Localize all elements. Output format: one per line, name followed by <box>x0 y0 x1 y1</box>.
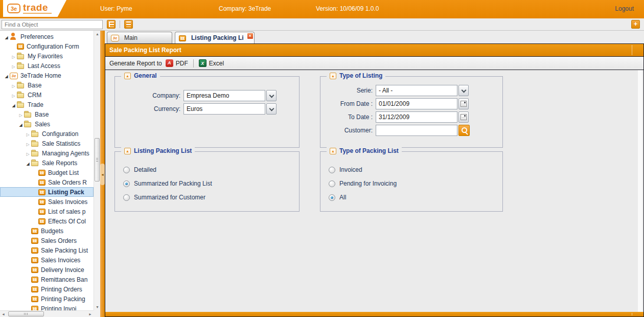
logout-link[interactable]: Logout <box>615 5 634 12</box>
tree-item-sales-configuration[interactable]: Configuration <box>0 129 94 139</box>
generate-report-label: Generate Report to <box>109 60 162 67</box>
close-tab-icon[interactable]: × <box>247 33 254 39</box>
tree-item-sale-packing-list[interactable]: Sale Packing List <box>0 245 94 255</box>
collapse-section-icon[interactable] <box>124 148 131 154</box>
from-date-calendar-button[interactable] <box>458 98 469 109</box>
serie-select[interactable] <box>376 85 457 96</box>
expand-arrow-icon[interactable] <box>3 72 10 79</box>
splitter-collapse-handle[interactable] <box>100 164 105 185</box>
form-icon <box>38 199 45 205</box>
tree-item-sale-statistics[interactable]: Sale Statistics <box>0 139 94 148</box>
folder-icon <box>17 81 25 89</box>
expand-arrow-icon[interactable] <box>25 150 31 157</box>
generate-pdf-button[interactable]: A PDF <box>166 59 188 67</box>
tree-item-crm[interactable]: CRM <box>0 90 94 100</box>
expand-arrow-icon[interactable] <box>10 53 17 60</box>
add-button[interactable]: + <box>631 20 640 29</box>
tree-item-printing-packing[interactable]: Printing Packing <box>0 294 94 304</box>
tree-item-printing-invoices[interactable]: Printing Invoi <box>0 304 94 310</box>
expand-arrow-icon[interactable] <box>10 62 17 70</box>
radio-icon[interactable] <box>123 167 130 173</box>
tree-item-remittances-bank[interactable]: Remittances Ban <box>0 275 94 284</box>
toolbar-divider <box>120 20 120 28</box>
customer-search-button[interactable] <box>458 125 470 136</box>
tree-item-base[interactable]: Base <box>0 80 94 90</box>
tree-item-sales[interactable]: Sales <box>0 119 94 129</box>
radio-option-detailed[interactable]: Detailed <box>123 166 299 173</box>
tree-item-sale-orders-report[interactable]: Sale Orders R <box>0 177 94 187</box>
expand-arrow-icon[interactable] <box>17 121 24 128</box>
expand-arrow-icon[interactable] <box>3 33 10 40</box>
tree-item-listing-packing[interactable]: Listing Pack <box>0 187 94 197</box>
radio-option-all[interactable]: All <box>329 194 502 201</box>
company-dropdown-button[interactable] <box>266 90 277 101</box>
radio-selected-icon[interactable] <box>123 180 130 187</box>
expand-arrow-icon[interactable] <box>17 111 24 118</box>
tree-item-printing-orders[interactable]: Printing Orders <box>0 284 94 294</box>
tree-item-my-favorites[interactable]: My Favorites <box>0 51 94 61</box>
from-date-input[interactable] <box>376 98 457 109</box>
general-section: General Company: Currency: <box>114 76 300 148</box>
content-scrollbar-track[interactable] <box>638 70 642 312</box>
tree-item-configuration-form[interactable]: Configuration Form <box>0 41 94 51</box>
tab-main[interactable]: 3e Main <box>107 32 172 43</box>
tree-item-list-of-sales[interactable]: List of sales p <box>0 207 94 216</box>
collapse-section-icon[interactable] <box>330 148 336 154</box>
collapse-section-icon[interactable] <box>124 73 131 79</box>
expand-arrow-icon[interactable] <box>10 82 17 89</box>
tree-item-sales-invoices[interactable]: Sales Invoices <box>0 255 94 265</box>
tab-listing-packing-list[interactable]: Listing Packing Li × <box>175 32 255 43</box>
tree-item-last-access[interactable]: Last Access <box>0 61 94 71</box>
sidebar-splitter[interactable] <box>100 31 105 317</box>
radio-option-summarized-packing-list[interactable]: Summarized for Packing List <box>123 180 299 187</box>
expand-arrow-icon[interactable] <box>25 130 31 138</box>
tree-item-sales-invoices-report[interactable]: Sales Invoices <box>0 197 94 207</box>
tree-item-sales-orders[interactable]: Sales Orders <box>0 236 94 245</box>
expand-arrow-icon[interactable] <box>25 140 31 147</box>
serie-dropdown-button[interactable] <box>458 85 469 96</box>
currency-dropdown-button[interactable] <box>266 103 277 115</box>
expand-arrow-icon[interactable] <box>25 160 31 167</box>
to-date-calendar-button[interactable] <box>458 111 469 123</box>
collapse-tree-button[interactable] <box>107 20 116 29</box>
currency-select[interactable] <box>183 103 265 115</box>
tree-item-sale-reports[interactable]: Sale Reports <box>0 158 94 168</box>
tree-item-budget-list[interactable]: Budget List <box>0 168 94 177</box>
tree-item-trade[interactable]: Trade <box>0 100 94 109</box>
person-icon <box>10 33 18 40</box>
excel-button-label: Excel <box>209 60 224 67</box>
tree-item-3etrade-home[interactable]: 3e3eTrade Home <box>0 71 94 80</box>
scroll-right-arrow-icon[interactable]: ► <box>87 311 94 317</box>
calendar-icon <box>461 101 467 107</box>
expand-arrow-icon[interactable] <box>10 101 17 108</box>
find-object-input[interactable] <box>2 20 103 29</box>
radio-icon[interactable] <box>123 194 130 201</box>
company-select[interactable] <box>183 90 265 101</box>
tree-item-managing-agents[interactable]: Managing Agents <box>0 148 94 158</box>
radio-icon[interactable] <box>329 167 335 173</box>
scroll-left-arrow-icon[interactable]: ◄ <box>0 311 7 317</box>
radio-option-summarized-customer[interactable]: Summarized for Customer <box>123 194 299 201</box>
to-date-input[interactable] <box>376 111 457 123</box>
radio-option-invoiced[interactable]: Invoiced <box>329 166 502 173</box>
expand-arrow-icon[interactable] <box>10 92 17 99</box>
tree-item-preferences[interactable]: Preferences <box>0 32 94 41</box>
radio-option-pending-invoicing[interactable]: Pending for Invoicing <box>329 180 502 187</box>
vertical-scroll-thumb[interactable] <box>95 138 100 182</box>
form-icon <box>31 306 38 310</box>
customer-input[interactable] <box>376 125 457 136</box>
sidebar-horizontal-scrollbar[interactable]: ◄ ► <box>0 310 94 317</box>
sidebar-vertical-scrollbar[interactable]: ▲ ▼ <box>94 31 100 310</box>
scrollbar-corner <box>94 310 100 317</box>
tree-item-effects-of-col[interactable]: Effects Of Col <box>0 216 94 226</box>
collapse-section-icon[interactable] <box>330 73 336 79</box>
radio-selected-icon[interactable] <box>329 194 335 201</box>
generate-excel-button[interactable]: X Excel <box>199 59 224 67</box>
tree-item-budgets[interactable]: Budgets <box>0 226 94 236</box>
horizontal-scroll-thumb[interactable] <box>8 311 44 316</box>
general-section-title: General <box>134 72 157 79</box>
tree-item-delivery-invoices[interactable]: Delivery Invoice <box>0 265 94 275</box>
radio-icon[interactable] <box>329 180 335 187</box>
tree-item-trade-base[interactable]: Base <box>0 109 94 119</box>
expand-tree-button[interactable] <box>124 20 133 29</box>
